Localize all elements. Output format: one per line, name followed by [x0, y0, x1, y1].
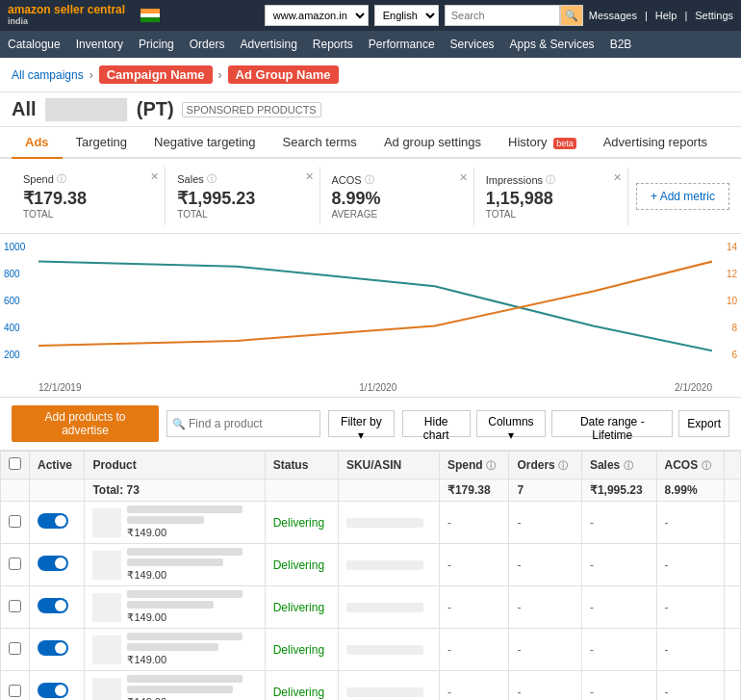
- row2-toggle-cell[interactable]: [30, 544, 85, 586]
- menu-apps-services[interactable]: Apps & Services: [510, 38, 595, 51]
- row2-product-image: [92, 551, 121, 580]
- row1-product-title-bar2: [127, 516, 204, 524]
- row1-checkbox[interactable]: [9, 515, 21, 528]
- row3-toggle-cell[interactable]: [30, 586, 85, 629]
- tab-advertising-reports[interactable]: Advertising reports: [590, 127, 721, 159]
- tab-history[interactable]: History beta: [495, 127, 590, 159]
- row3-checkbox[interactable]: [9, 600, 21, 612]
- amazon-logo: amazon seller central india: [8, 4, 125, 26]
- total-row: Total: 73 ₹179.38 7 ₹1,995.23 8.99%: [1, 480, 741, 502]
- header-checkbox[interactable]: [1, 452, 30, 480]
- row1-product-cell: ₹149.00: [85, 502, 265, 544]
- impressions-sub: TOTAL: [486, 209, 616, 220]
- row3-sales-cell: -: [581, 586, 656, 629]
- total-acos-cell: 8.99%: [656, 480, 724, 502]
- tab-search-terms[interactable]: Search terms: [269, 127, 370, 159]
- page-title-bar: All ██████ (PT) SPONSORED PRODUCTS: [0, 92, 741, 127]
- row2-checkbox[interactable]: [9, 557, 21, 570]
- row3-scroll-cell: [725, 586, 741, 629]
- menu-inventory[interactable]: Inventory: [76, 38, 123, 51]
- row2-scroll-cell: [725, 544, 741, 586]
- impressions-close-btn[interactable]: ✕: [613, 171, 622, 184]
- menu-performance[interactable]: Performance: [369, 38, 435, 51]
- row3-product-image: [92, 593, 121, 622]
- row5-acos-cell: -: [656, 671, 724, 701]
- help-link[interactable]: Help: [655, 10, 677, 21]
- row1-toggle-cell[interactable]: [30, 502, 85, 544]
- row3-spend-cell: -: [439, 586, 509, 629]
- row2-acos-cell: -: [656, 544, 724, 586]
- ad-group-name-breadcrumb[interactable]: Ad Group Name: [228, 65, 339, 84]
- sales-info-icon[interactable]: ⓘ: [207, 172, 217, 186]
- row3-checkbox-cell[interactable]: [1, 586, 30, 629]
- search-input[interactable]: [445, 5, 560, 26]
- all-campaigns-link[interactable]: All campaigns: [12, 68, 84, 82]
- menu-orders[interactable]: Orders: [190, 38, 225, 51]
- row4-toggle[interactable]: [38, 640, 68, 656]
- row3-product-price: ₹149.00: [127, 611, 243, 624]
- export-button[interactable]: Export: [678, 410, 729, 437]
- header-orders: Orders ⓘ: [509, 452, 581, 480]
- chart-y-left-axis: 1000 800 600 400 200: [0, 234, 38, 368]
- row5-toggle[interactable]: [38, 683, 68, 698]
- orders-col-info[interactable]: ⓘ: [558, 460, 568, 471]
- tab-targeting[interactable]: Targeting: [63, 127, 141, 159]
- row3-acos-cell: -: [656, 586, 724, 629]
- row4-checkbox[interactable]: [9, 642, 21, 655]
- spend-close-btn[interactable]: ✕: [150, 170, 159, 183]
- add-metric-button[interactable]: + Add metric: [636, 183, 729, 210]
- row2-toggle[interactable]: [38, 556, 68, 571]
- row5-checkbox[interactable]: [9, 685, 21, 697]
- row3-toggle[interactable]: [38, 598, 68, 613]
- search-button[interactable]: 🔍: [560, 5, 583, 26]
- total-scroll-cell: [725, 480, 741, 502]
- url-select[interactable]: www.amazon.in: [265, 5, 369, 26]
- row4-status-cell: Delivering: [265, 629, 338, 671]
- spend-info-icon[interactable]: ⓘ: [57, 172, 66, 186]
- impressions-info-icon[interactable]: ⓘ: [546, 173, 555, 187]
- row4-toggle-cell[interactable]: [30, 629, 85, 671]
- menu-pricing[interactable]: Pricing: [139, 38, 174, 51]
- filter-by-button[interactable]: Filter by ▾: [328, 410, 395, 437]
- settings-link[interactable]: Settings: [695, 10, 733, 21]
- row1-status: Delivering: [273, 516, 324, 530]
- row4-checkbox-cell[interactable]: [1, 629, 30, 671]
- acos-info-icon[interactable]: ⓘ: [365, 173, 374, 187]
- row2-product-title-bar1: [127, 548, 243, 556]
- language-select[interactable]: English: [374, 5, 439, 26]
- select-all-checkbox[interactable]: [9, 457, 21, 470]
- row1-product-image: [92, 508, 121, 537]
- columns-button[interactable]: Columns ▾: [476, 410, 547, 437]
- sales-col-info[interactable]: ⓘ: [624, 460, 633, 471]
- row1-checkbox-cell[interactable]: [1, 502, 30, 544]
- add-products-button[interactable]: Add products to advertise: [12, 405, 159, 442]
- row5-toggle-cell[interactable]: [30, 671, 85, 701]
- search-product-input[interactable]: [166, 410, 320, 437]
- row5-checkbox-cell[interactable]: [1, 671, 30, 701]
- menu-services[interactable]: Services: [450, 38, 495, 51]
- messages-link[interactable]: Messages: [589, 10, 637, 21]
- menu-catalogue[interactable]: Catalogue: [8, 38, 61, 51]
- header-spend: Spend ⓘ: [439, 452, 509, 480]
- campaign-name-breadcrumb[interactable]: Campaign Name: [99, 65, 213, 84]
- spend-label: Spend: [23, 173, 54, 185]
- table-toolbar: Add products to advertise 🔍 Filter by ▾ …: [0, 398, 741, 451]
- menu-advertising[interactable]: Advertising: [240, 38, 296, 51]
- acos-col-info[interactable]: ⓘ: [702, 460, 711, 471]
- sales-close-btn[interactable]: ✕: [305, 170, 314, 183]
- table-container: Active Product Status SKU/ASIN Spend ⓘ O…: [0, 451, 741, 700]
- hide-chart-button[interactable]: Hide chart: [402, 410, 471, 437]
- row2-checkbox-cell[interactable]: [1, 544, 30, 586]
- tab-ad-group-settings[interactable]: Ad group settings: [370, 127, 495, 159]
- row1-toggle[interactable]: [38, 513, 68, 529]
- spend-col-info[interactable]: ⓘ: [486, 460, 496, 471]
- date-range-button[interactable]: Date range - Lifetime: [551, 410, 673, 437]
- sponsored-badge: SPONSORED PRODUCTS: [182, 102, 321, 117]
- row2-product-price: ₹149.00: [127, 569, 243, 582]
- menu-b2b[interactable]: B2B: [610, 38, 632, 51]
- tab-ads[interactable]: Ads: [12, 127, 63, 159]
- tab-negative-targeting[interactable]: Negative targeting: [141, 127, 269, 159]
- row5-product-cell: ₹149.00: [85, 671, 265, 701]
- menu-reports[interactable]: Reports: [313, 38, 353, 51]
- acos-close-btn[interactable]: ✕: [459, 171, 468, 184]
